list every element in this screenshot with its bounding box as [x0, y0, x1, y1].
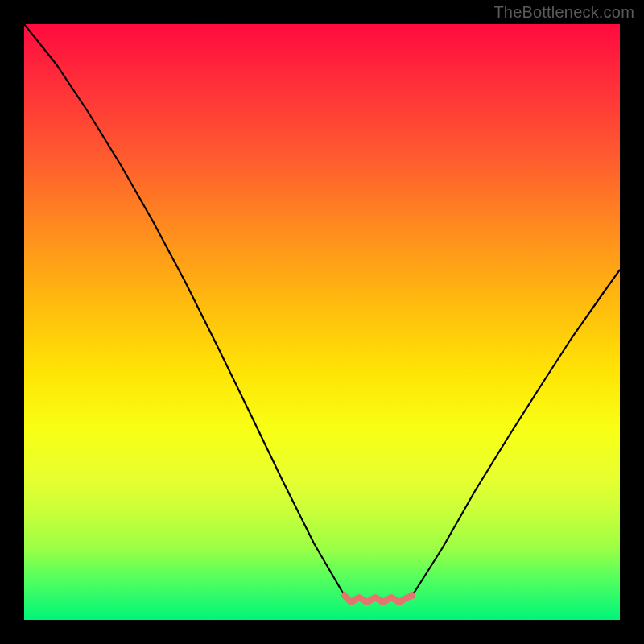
plot-area: [24, 24, 620, 620]
gradient-background: [24, 24, 620, 620]
watermark-text: TheBottleneck.com: [493, 3, 634, 22]
chart-stage: TheBottleneck.com: [0, 0, 644, 644]
